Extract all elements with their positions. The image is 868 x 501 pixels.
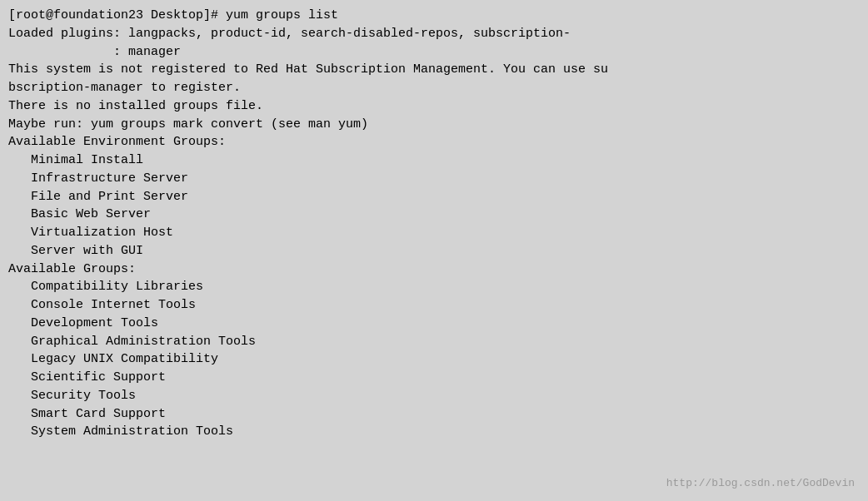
terminal-window: [root@foundation23 Desktop]# yum groups … (0, 0, 868, 501)
watermark: http://blog.csdn.net/GodDevin (666, 477, 855, 489)
terminal-output: [root@foundation23 Desktop]# yum groups … (8, 7, 860, 441)
